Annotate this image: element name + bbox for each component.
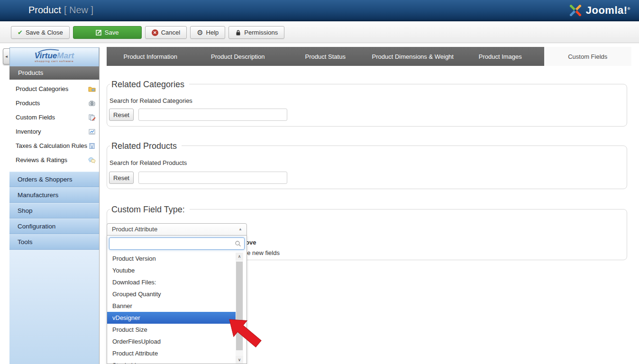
scrollbar-up-arrow-icon[interactable]: ∧ xyxy=(236,253,243,260)
help-button[interactable]: ⚙ Help xyxy=(190,26,225,39)
save-label: Save xyxy=(105,29,119,36)
camera-icon xyxy=(88,100,96,107)
save-close-button[interactable]: ✔ Save & Close xyxy=(11,26,70,39)
custom-fields-icon xyxy=(88,114,96,121)
permissions-label: Permissions xyxy=(244,29,278,36)
sidebar-group-tools[interactable]: Tools xyxy=(9,234,99,250)
scrollbar-thumb[interactable] xyxy=(236,262,243,350)
related-categories-search-input[interactable] xyxy=(138,109,287,121)
joomla-wordmark: Joomla!® xyxy=(586,4,630,17)
option-product-version[interactable]: Product Version xyxy=(107,253,246,264)
option-clipped-last[interactable]: Stockable xyxy=(107,359,246,364)
scrollbar-down-arrow-icon[interactable]: ∨ xyxy=(236,356,243,364)
cancel-circle-icon: ✕ xyxy=(152,29,158,36)
sidebar-group-configuration[interactable]: Configuration xyxy=(9,218,99,234)
related-categories-search-label: Search for Related Categories xyxy=(110,97,192,104)
sidebar-section-header-products: Products xyxy=(9,66,99,80)
related-categories-fieldset: Related Categories Search for Related Ca… xyxy=(107,84,627,127)
sidebar-group-orders-shoppers[interactable]: Orders & Shoppers xyxy=(9,172,99,187)
comments-icon xyxy=(88,156,96,164)
permissions-button[interactable]: Permissions xyxy=(228,26,284,39)
toolbar: ✔ Save & Close Save ✕ Cancel ⚙ Help Perm… xyxy=(0,22,639,43)
dropdown-option-list: Product Version Youtube Download Files: … xyxy=(107,253,246,364)
option-product-attribute[interactable]: Product Attribute xyxy=(107,347,246,359)
sidebar-item-products[interactable]: Products xyxy=(9,96,99,110)
save-button[interactable]: Save xyxy=(73,26,142,39)
sidebar-item-inventory[interactable]: Inventory xyxy=(9,125,99,139)
related-products-search-label: Search for Related Products xyxy=(110,159,187,166)
edit-square-icon xyxy=(96,29,102,36)
option-download-files[interactable]: Download Files: xyxy=(107,276,246,288)
dropdown-search-input[interactable] xyxy=(109,237,245,250)
related-products-search-input[interactable] xyxy=(138,172,287,184)
folder-images-icon xyxy=(88,85,96,93)
virtuemart-swoosh-icon xyxy=(37,49,59,53)
option-grouped-quantity[interactable]: Grouped Quantity xyxy=(107,288,246,300)
product-tabbar: Product Information Product Description … xyxy=(107,47,631,66)
custom-field-type-dropdown-panel: Product Version Youtube Download Files: … xyxy=(107,235,247,364)
selected-option-label: Product Attribute xyxy=(112,226,157,233)
tab-product-images[interactable]: Product Images xyxy=(456,47,544,66)
admin-top-bar: Product[ New ] Joomla!® xyxy=(0,0,639,21)
custom-field-type-select[interactable]: Product Attribute ▲ xyxy=(107,223,247,236)
sidebar: ◄ VirtueMart shopping cart software Prod… xyxy=(9,47,100,364)
tab-product-information[interactable]: Product Information xyxy=(107,47,194,66)
chevron-left-icon: ◄ xyxy=(5,55,9,59)
sidebar-item-reviews-ratings[interactable]: Reviews & Ratings xyxy=(9,153,99,167)
lock-icon xyxy=(235,29,241,36)
tab-product-description[interactable]: Product Description xyxy=(194,47,282,66)
check-icon: ✔ xyxy=(18,29,23,36)
option-youtube[interactable]: Youtube xyxy=(107,264,246,276)
related-products-fieldset: Related Products Search for Related Prod… xyxy=(107,146,627,189)
virtuemart-tagline: shopping cart software xyxy=(10,60,99,63)
related-categories-reset-button[interactable]: Reset xyxy=(109,109,134,121)
dropdown-scrollbar[interactable]: ∧ ∨ xyxy=(236,253,243,364)
virtuemart-logo: VirtueMart shopping cart software xyxy=(9,47,99,66)
chevron-up-icon: ▲ xyxy=(238,224,242,235)
save-close-label: Save & Close xyxy=(26,29,63,36)
page-title-state: [ New ] xyxy=(64,5,93,15)
inventory-chart-icon xyxy=(88,128,96,136)
joomla-logo: Joomla!® xyxy=(568,3,630,18)
custom-field-type-legend: Custom Field Type: xyxy=(110,204,190,215)
sidebar-group-shop[interactable]: Shop xyxy=(9,203,99,218)
search-icon xyxy=(235,240,241,247)
option-product-size[interactable]: Product Size xyxy=(107,324,246,336)
related-categories-legend: Related Categories xyxy=(110,79,189,90)
obscured-text-line1: ove xyxy=(246,239,256,246)
cancel-label: Cancel xyxy=(161,29,180,36)
sidebar-item-custom-fields[interactable]: Custom Fields xyxy=(9,110,99,125)
joomla-icon xyxy=(568,3,583,18)
tab-custom-fields[interactable]: Custom Fields xyxy=(544,47,632,66)
related-products-reset-button[interactable]: Reset xyxy=(109,172,134,184)
option-orderfilesupload[interactable]: OrderFilesUpload xyxy=(107,336,246,347)
cancel-button[interactable]: ✕ Cancel xyxy=(145,26,187,39)
page-title: Product[ New ] xyxy=(28,0,93,20)
tab-product-status[interactable]: Product Status xyxy=(282,47,369,66)
option-vdesigner-highlighted[interactable]: vDesigner xyxy=(107,312,236,324)
sidebar-products-submenu: Product Categories Products Custom Field… xyxy=(9,80,99,172)
tab-product-dimensions-weight[interactable]: Product Dimensions & Weight xyxy=(369,47,457,66)
calculator-icon xyxy=(88,142,96,150)
sidebar-item-taxes-calculation-rules[interactable]: Taxes & Calculation Rules xyxy=(9,139,99,153)
sidebar-filler xyxy=(9,250,99,364)
related-products-legend: Related Products xyxy=(110,140,182,152)
option-banner[interactable]: Banner xyxy=(107,300,246,312)
sidebar-group-manufacturers[interactable]: Manufacturers xyxy=(9,187,99,203)
help-label: Help xyxy=(206,29,219,36)
sidebar-item-product-categories[interactable]: Product Categories xyxy=(9,82,99,96)
gear-icon: ⚙ xyxy=(197,29,203,36)
sidebar-collapse-handle[interactable]: ◄ xyxy=(3,48,9,64)
obscured-text-line2: ne new fields xyxy=(244,249,280,256)
